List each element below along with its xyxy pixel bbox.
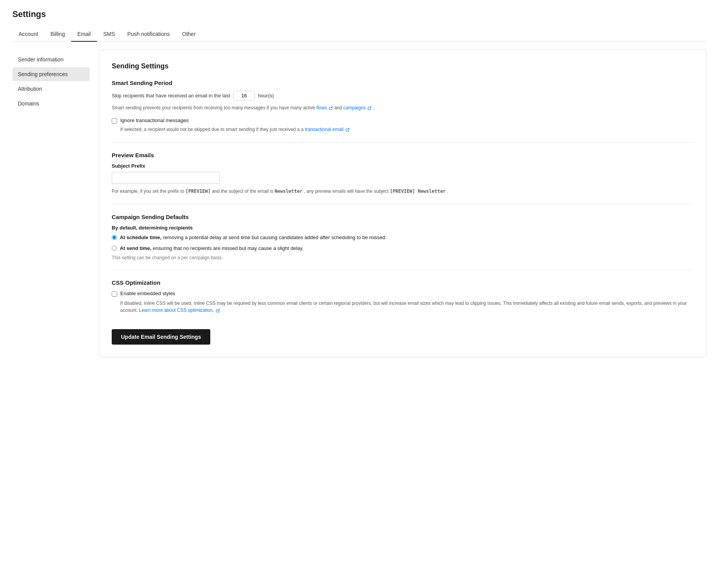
preview-emails-title: Preview Emails [112,152,694,158]
page-wrapper: Settings Account Billing Email SMS Push … [0,0,719,588]
tab-sms[interactable]: SMS [97,27,121,42]
enable-embedded-styles-label[interactable]: Enable embedded styles [120,291,175,296]
divider-2 [112,204,694,204]
external-link-icon-2 [368,106,371,110]
css-optimization-section: CSS Optimization Enable embedded styles … [112,279,694,314]
tab-account[interactable]: Account [12,27,44,42]
send-time-row: At send time, ensuring that no recipient… [112,245,694,252]
main-content: Sending Settings Smart Sending Period Sk… [99,49,707,357]
section-title: Sending Settings [112,62,694,70]
update-email-settings-button[interactable]: Update Email Sending Settings [112,329,210,345]
schedule-time-bold: At schedule time, [120,235,162,240]
skip-label: Skip recipients that have received an em… [112,93,230,99]
hours-unit: hour(s) [258,93,274,99]
css-optimization-title: CSS Optimization [112,279,694,286]
smart-sending-row: Skip recipients that have received an em… [112,91,694,100]
divider-3 [112,270,694,270]
smart-sending-hours-input[interactable] [233,91,255,100]
transactional-email-link[interactable]: a transactional email [301,127,349,132]
campaign-sending-title: Campaign Sending Defaults [112,214,694,220]
send-time-bold: At send time, [120,245,152,251]
subject-prefix-input[interactable] [112,172,220,184]
smart-sending-title: Smart Sending Period [112,80,694,86]
tab-other[interactable]: Other [176,27,202,42]
preview-emails-section: Preview Emails Subject Prefix For exampl… [112,152,694,195]
schedule-time-rest: removing a potential delay at send time … [162,235,385,240]
subject-prefix-description: For example, if you set the prefix to [P… [112,188,694,195]
sidebar-item-domains[interactable]: Domains [12,97,90,110]
content-area: Sender information Sending preferences A… [12,49,707,357]
smart-sending-description: Smart sending prevents your recipients f… [112,104,694,111]
css-external-link-icon [216,309,220,313]
tab-email[interactable]: Email [71,27,97,42]
preview-code1: [PREVIEW] [186,189,211,194]
send-time-rest: ensuring that no recipients are missed b… [152,245,304,251]
divider-1 [112,142,694,143]
css-optimization-description: If disabled, inline CSS will be used. In… [120,300,694,314]
schedule-time-label[interactable]: At schedule time, removing a potential d… [120,234,385,241]
learn-more-link[interactable]: Learn more about CSS optimization. [139,308,220,313]
ignore-transactional-checkbox[interactable] [112,118,117,124]
smart-sending-section: Smart Sending Period Skip recipients tha… [112,80,694,111]
ignore-transactional-description: If selected, a recipient would not be sk… [120,126,694,133]
preview-code2: Newsletter [274,189,302,194]
campaign-setting-note: This setting can be changed on a per cam… [112,255,694,260]
sidebar-item-sending-preferences[interactable]: Sending preferences [12,67,90,81]
subject-prefix-label: Subject Prefix [112,163,694,169]
tab-push-notifications[interactable]: Push notifications [121,27,176,42]
schedule-time-row: At schedule time, removing a potential d… [112,234,694,241]
schedule-time-radio[interactable] [112,235,117,240]
sidebar-item-attribution[interactable]: Attribution [12,82,90,96]
page-title: Settings [12,9,707,19]
top-nav: Account Billing Email SMS Push notificat… [12,27,707,42]
send-time-label[interactable]: At send time, ensuring that no recipient… [120,245,303,252]
campaigns-link[interactable]: campaigns [343,105,373,110]
by-default-label: By default, determining recipients [112,225,694,231]
ignore-transactional-section: Ignore transactional messages If selecte… [112,117,694,133]
tab-billing[interactable]: Billing [44,27,71,42]
campaign-sending-section: Campaign Sending Defaults By default, de… [112,214,694,260]
enable-embedded-styles-checkbox[interactable] [112,291,117,297]
flows-link[interactable]: flows [317,105,334,110]
transactional-external-link-icon [346,128,349,132]
send-time-radio[interactable] [112,246,117,251]
enable-embedded-styles-row: Enable embedded styles [112,291,694,297]
ignore-transactional-row: Ignore transactional messages [112,117,694,124]
sidebar: Sender information Sending preferences A… [12,49,90,357]
sidebar-item-sender-information[interactable]: Sender information [12,53,90,66]
ignore-transactional-label[interactable]: Ignore transactional messages [120,117,189,123]
external-link-icon [329,106,333,110]
preview-code3: [PREVIEW] Newsletter [390,189,446,194]
